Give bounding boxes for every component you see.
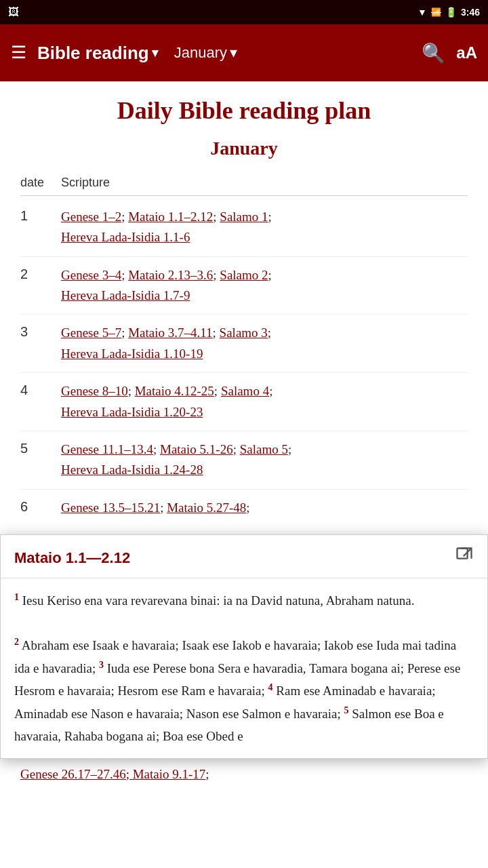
month-dropdown[interactable]: January ▾ (174, 44, 237, 62)
reading-row: 4 Genese 8–10; Mataio 4.12-25; Salamo 4;… (20, 373, 468, 431)
scripture-link[interactable]: Mataio 1.1–2.12 (128, 210, 213, 224)
scripture-link[interactable]: Mataio 5.1-26 (160, 442, 233, 456)
reading-scriptures: Genese 5–7; Mataio 3.7–4.11; Salamo 3; H… (61, 323, 468, 364)
scripture-link[interactable]: Hereva Lada-Isidia 1.24-28 (61, 462, 203, 477)
app-bar: ☰ Bible reading ▾ January ▾ 🔍 aA (0, 24, 488, 81)
reading-scriptures: Genese 1–2; Mataio 1.1–2.12; Salamo 1; H… (61, 207, 468, 248)
scripture-link[interactable]: Genese 1–2 (61, 210, 121, 224)
external-link-icon[interactable] (455, 546, 474, 570)
main-content: Daily Bible reading plan January date Sc… (0, 81, 488, 534)
scripture-link[interactable]: Mataio 5.27-48 (167, 500, 246, 515)
scripture-link[interactable]: Salamo 2 (220, 268, 268, 282)
page-title: Daily Bible reading plan (20, 95, 468, 127)
signal-off-icon: 📶 (431, 7, 441, 17)
scripture-link[interactable]: Mataio 2.13–3.6 (128, 268, 213, 282)
scripture-link[interactable]: Salamo 3 (220, 326, 268, 340)
scripture-link[interactable]: Salamo 4 (221, 384, 269, 398)
clock: 3:46 (461, 7, 480, 18)
reading-row: 2 Genese 3–4; Mataio 2.13–3.6; Salamo 2;… (20, 257, 468, 315)
reading-scriptures: Genese 26.17–27.46; Mataio 9.1-17; (20, 764, 468, 785)
popup-body[interactable]: 1 Iesu Keriso ena vara revarevana binai:… (1, 578, 487, 758)
reading-day: 1 (20, 207, 61, 224)
verse-number: 2 (14, 637, 19, 647)
scripture-link[interactable]: Mataio 3.7–4.11 (128, 326, 212, 340)
reading-scriptures: Genese 11.1–13.4; Mataio 5.1-26; Salamo … (61, 439, 468, 481)
scripture-popup: Mataio 1.1—2.12 1 Iesu Keriso ena vara r… (0, 534, 488, 759)
reading-row: 5 Genese 11.1–13.4; Mataio 5.1-26; Salam… (20, 431, 468, 490)
font-size-button[interactable]: aA (456, 43, 477, 62)
app-title-label: Bible reading (37, 43, 149, 64)
status-bar-right: ▼ 📶 🔋 3:46 (418, 7, 480, 18)
status-bar-left: 🖼 (8, 6, 19, 18)
scripture-link[interactable]: Salamo 5 (240, 442, 288, 456)
verse-number: 3 (99, 660, 104, 670)
verse-number: 4 (268, 682, 273, 692)
reading-row: 3 Genese 5–7; Mataio 3.7–4.11; Salamo 3;… (20, 315, 468, 373)
verse-number: 5 (344, 705, 348, 715)
table-header: date Scripture (20, 173, 468, 196)
scripture-link[interactable]: Hereva Lada-Isidia 1.20-23 (61, 405, 203, 419)
scripture-link[interactable]: Mataio 4.12-25 (135, 384, 214, 398)
month-header: January (20, 138, 468, 159)
popup-title: Mataio 1.1—2.12 (14, 549, 130, 567)
date-column-header: date (20, 176, 61, 190)
reading-scriptures: Genese 3–4; Mataio 2.13–3.6; Salamo 2; H… (61, 265, 468, 307)
verse-number: 1 (14, 592, 19, 602)
title-dropdown-arrow: ▾ (152, 45, 158, 60)
verse-text: Iesu Keriso ena vara revarevana binai: i… (22, 593, 415, 608)
bottom-partial-row: Genese 26.17–27.46; Mataio 9.1-17; (0, 759, 488, 790)
reading-day: 5 (20, 439, 61, 456)
scripture-link[interactable]: Mataio 9.1-17 (133, 767, 206, 781)
scripture-link[interactable]: Salamo 1 (220, 210, 268, 224)
reading-day: 4 (20, 381, 61, 398)
battery-icon: 🔋 (445, 7, 457, 18)
scripture-link[interactable]: Genese 11.1–13.4 (61, 442, 153, 456)
scripture-link[interactable]: Genese 26.17–27.46 (20, 767, 126, 781)
bible-reading-dropdown[interactable]: Bible reading ▾ (37, 43, 158, 64)
reading-day: 3 (20, 323, 61, 340)
menu-icon[interactable]: ☰ (11, 44, 26, 62)
reading-day: 6 (20, 498, 61, 515)
status-bar: 🖼 ▼ 📶 🔋 3:46 (0, 0, 488, 24)
wifi-icon: ▼ (418, 7, 427, 18)
reading-row: 1 Genese 1–2; Mataio 1.1–2.12; Salamo 1;… (20, 199, 468, 257)
scripture-link[interactable]: Hereva Lada-Isidia 1.1-6 (61, 230, 190, 244)
reading-day: 2 (20, 265, 61, 282)
scripture-link[interactable]: Hereva Lada-Isidia 1.7-9 (61, 288, 190, 302)
scripture-column-header: Scripture (61, 176, 468, 190)
month-label: January (174, 44, 227, 62)
popup-header: Mataio 1.1—2.12 (1, 535, 487, 578)
scripture-link[interactable]: Genese 13.5–15.21 (61, 500, 160, 515)
month-dropdown-arrow: ▾ (230, 44, 237, 62)
scripture-link[interactable]: Genese 5–7 (61, 326, 121, 340)
scripture-link[interactable]: Genese 3–4 (61, 268, 121, 282)
reading-row: 6 Genese 13.5–15.21; Mataio 5.27-48; (20, 490, 468, 521)
reading-scriptures: Genese 8–10; Mataio 4.12-25; Salamo 4; H… (61, 381, 468, 422)
scripture-link[interactable]: Genese 8–10 (61, 384, 128, 398)
scripture-link[interactable]: Hereva Lada-Isidia 1.10-19 (61, 347, 203, 361)
image-icon: 🖼 (8, 6, 19, 18)
reading-scriptures: Genese 13.5–15.21; Mataio 5.27-48; (61, 498, 468, 518)
search-icon[interactable]: 🔍 (422, 42, 445, 64)
